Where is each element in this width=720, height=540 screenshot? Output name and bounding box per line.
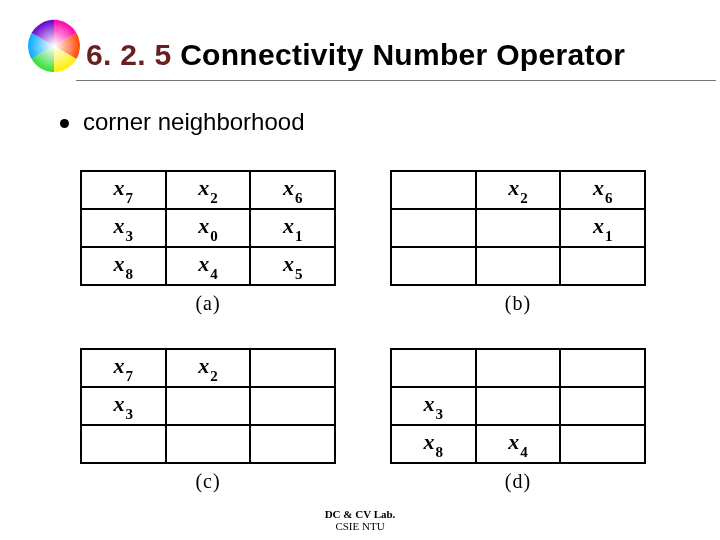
cell: [476, 387, 561, 425]
cell: [476, 247, 561, 285]
cell: x4: [166, 247, 251, 285]
cell: [250, 349, 335, 387]
cell: [391, 349, 476, 387]
cell: x8: [391, 425, 476, 463]
title-text: Connectivity Number Operator: [172, 38, 626, 71]
grid-a: x7x2x6 x3x0x1 x8x4x5 (a): [80, 170, 336, 315]
cell: x3: [81, 209, 166, 247]
cell: x7: [81, 171, 166, 209]
cell: x8: [81, 247, 166, 285]
section-number: 6. 2. 5: [86, 38, 172, 71]
cell: x2: [166, 171, 251, 209]
cell: x4: [476, 425, 561, 463]
table-b: x2x6 x1: [390, 170, 646, 286]
cell: [391, 171, 476, 209]
cell: x0: [166, 209, 251, 247]
slide-header: 6. 2. 5 Connectivity Number Operator: [0, 0, 720, 82]
table-d: x3 x8x4: [390, 348, 646, 464]
footer-line2: CSIE NTU: [0, 520, 720, 532]
cell: x2: [476, 171, 561, 209]
cell: x5: [250, 247, 335, 285]
footer: DC & CV Lab. CSIE NTU: [0, 508, 720, 532]
cell: [250, 387, 335, 425]
caption-d: (d): [390, 470, 646, 493]
colorwheel-icon: [26, 18, 82, 74]
bullet-item: corner neighborhood: [60, 108, 720, 136]
page-title: 6. 2. 5 Connectivity Number Operator: [86, 38, 720, 72]
cell: x7: [81, 349, 166, 387]
table-c: x7x2 x3: [80, 348, 336, 464]
caption-c: (c): [80, 470, 336, 493]
cell: [166, 425, 251, 463]
cell: [560, 349, 645, 387]
grid-c: x7x2 x3 (c): [80, 348, 336, 493]
svg-point-0: [28, 20, 80, 72]
cell: [81, 425, 166, 463]
bullet-text: corner neighborhood: [83, 108, 305, 136]
cell: x3: [81, 387, 166, 425]
cell: [166, 387, 251, 425]
cell: x1: [250, 209, 335, 247]
cell: x6: [560, 171, 645, 209]
table-a: x7x2x6 x3x0x1 x8x4x5: [80, 170, 336, 286]
caption-a: (a): [80, 292, 336, 315]
cell: [560, 425, 645, 463]
grid-d: x3 x8x4 (d): [390, 348, 646, 493]
cell: [391, 209, 476, 247]
cell: x2: [166, 349, 251, 387]
cell: [560, 247, 645, 285]
cell: [476, 349, 561, 387]
cell: [476, 209, 561, 247]
grid-b: x2x6 x1 (b): [390, 170, 646, 315]
bullet-icon: [60, 119, 69, 128]
cell: [391, 247, 476, 285]
cell: x3: [391, 387, 476, 425]
title-divider: [76, 80, 716, 82]
cell: x1: [560, 209, 645, 247]
content-area: corner neighborhood: [0, 82, 720, 136]
cell: x6: [250, 171, 335, 209]
cell: [250, 425, 335, 463]
footer-line1: DC & CV Lab.: [0, 508, 720, 520]
cell: [560, 387, 645, 425]
caption-b: (b): [390, 292, 646, 315]
